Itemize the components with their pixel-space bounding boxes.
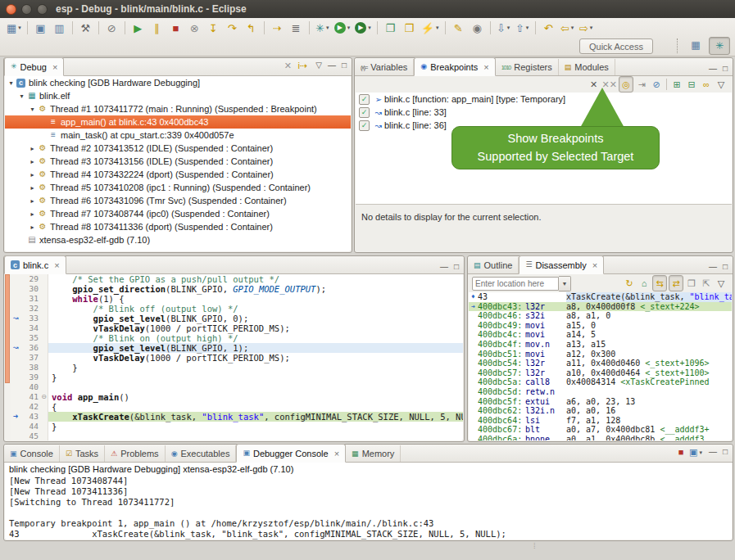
build-all-icon[interactable]: ⚒ — [77, 20, 94, 36]
console-output[interactable]: blink checking [GDB Hardware Debugging] … — [5, 463, 732, 540]
disassembly-row[interactable]: 400dbc46:s32ia8, a1, 0 — [469, 311, 732, 321]
editor-gutter[interactable]: ↝36 — [11, 343, 48, 353]
dropdown-arrow-icon[interactable]: ▾ — [590, 25, 593, 31]
mark-occurrences-icon[interactable]: ◉ — [469, 20, 486, 36]
editor-line[interactable]: 39} — [11, 373, 463, 382]
dropdown-arrow-icon[interactable]: ▾ — [326, 25, 329, 31]
disassembly-row[interactable]: 400dbc5d:retw.n — [469, 387, 732, 397]
editor-gutter[interactable]: 34 — [11, 323, 48, 333]
editor-line[interactable]: 30 gpio_set_direction(BLINK_GPIO, GPIO_M… — [11, 284, 463, 294]
breakpoint-marker-icon[interactable]: ↝ — [11, 343, 20, 353]
close-tab-icon[interactable]: × — [54, 260, 59, 270]
view-tab-modules[interactable]: ▤Modules — [559, 59, 615, 75]
debug-tree-item[interactable]: ▾⚙Thread #1 1073411772 (main : Running) … — [5, 102, 351, 115]
editor-gutter[interactable]: 35 — [11, 333, 48, 343]
disassembly-row[interactable]: 400dbc64:lsif7, a1, 128 — [469, 416, 732, 426]
forward-icon[interactable]: ⇨▾ — [578, 20, 595, 36]
terminate-icon[interactable]: ■ — [167, 20, 184, 36]
editor-line[interactable]: ➜43 xTaskCreate(&blink_task, "blink_task… — [11, 412, 463, 422]
debug-tree-item[interactable]: ▸⚙Thread #4 1073432224 (dport) (Suspende… — [5, 168, 351, 181]
editor-gutter[interactable]: 38 — [11, 363, 48, 373]
editor-line[interactable]: 44} — [11, 422, 463, 431]
external-tools-icon[interactable]: ▶▾ — [353, 20, 373, 36]
disassembly-row[interactable]: 400dbc4c:movia14, 5 — [469, 330, 732, 340]
view-tab-tasks[interactable]: ☑Tasks — [60, 445, 105, 462]
editor-gutter[interactable]: 32 — [11, 304, 48, 314]
editor-line[interactable]: 31 while(1) { — [11, 294, 463, 304]
open-project-icon[interactable]: ❐ — [382, 20, 399, 36]
debug-perspective-icon[interactable]: ✳ — [709, 37, 730, 55]
maximize-view-icon[interactable]: □ — [723, 448, 728, 456]
view-tab-outline[interactable]: ▤Outline — [468, 257, 519, 273]
debug-tree-item[interactable]: ▾cblink checking [GDB Hardware Debugging… — [5, 76, 351, 89]
maximize-window-icon[interactable] — [37, 4, 48, 15]
next-annotation-icon[interactable]: ⇩▾ — [495, 20, 512, 36]
instruction-pointer-icon[interactable]: ➜ — [11, 412, 20, 422]
minimize-view-icon[interactable]: — — [440, 263, 448, 271]
step-return-icon[interactable]: ↰ — [243, 20, 260, 36]
debug-config-icon[interactable]: ✳▾ — [314, 20, 331, 36]
editor-gutter[interactable]: ➜43 — [11, 412, 48, 422]
editor-gutter[interactable]: ↝33 — [11, 314, 48, 323]
status-grip[interactable]: ⁞ — [533, 542, 536, 550]
go-to-home-icon[interactable]: ⌂ — [637, 276, 651, 291]
disassembly-row[interactable]: ♦43xTaskCreate(&blink_task, "blink_tas — [469, 292, 732, 302]
debug-tree-item[interactable]: ▸⚙Thread #3 1073413156 (IDLE) (Suspended… — [5, 155, 351, 168]
maximize-view-icon[interactable]: □ — [723, 65, 728, 73]
editor-line[interactable]: 38 } — [11, 363, 463, 373]
expander-icon[interactable]: ▸ — [28, 184, 37, 192]
debug-tree-item[interactable]: ≡main_task() at cpu_start.c:339 0x400d05… — [5, 129, 351, 142]
open-perspective-icon[interactable]: ▦ — [686, 37, 706, 53]
disassembly-listing[interactable]: ♦43xTaskCreate(&blink_task, "blink_tas➜4… — [469, 292, 732, 440]
new-wizard-icon[interactable]: ▦▾ — [5, 20, 23, 36]
view-tab-disassembly[interactable]: ☰Disassembly× — [519, 255, 604, 274]
editor-gutter[interactable]: 37 — [11, 353, 48, 363]
close-tab-icon[interactable]: × — [334, 449, 339, 458]
breakpoint-checkbox[interactable]: ✓ — [359, 107, 370, 118]
save-icon[interactable]: ▣ — [32, 20, 49, 36]
view-tab-registers[interactable]: 1010Registers — [496, 59, 559, 75]
minimize-view-icon[interactable]: — — [328, 61, 336, 70]
dropdown-arrow-icon[interactable]: ▾ — [18, 25, 21, 31]
dropdown-arrow-icon[interactable]: ▾ — [571, 25, 574, 31]
view-tab-debugger-console[interactable]: ▣Debugger Console× — [236, 444, 346, 463]
editor-gutter[interactable]: 39 — [11, 373, 48, 382]
open-folder-icon[interactable]: ❐ — [401, 20, 418, 36]
debug-tree-item[interactable]: ≡app_main() at blink.c:43 0x400dbc43 — [5, 115, 351, 129]
display-selected-console-icon[interactable]: ▣▾ — [689, 445, 702, 459]
location-input[interactable] — [472, 277, 559, 291]
editor-line[interactable]: 29 /* Set the GPIO as a push/pull output… — [11, 274, 463, 284]
breakpoint-checkbox[interactable]: ✓ — [359, 94, 370, 105]
editor-line[interactable]: 35 /* Blink on (output high) */ — [11, 333, 463, 343]
expander-icon[interactable]: ▾ — [7, 79, 16, 87]
expander-icon[interactable]: ▾ — [17, 93, 26, 100]
dropdown-arrow-icon[interactable]: ▾ — [347, 25, 351, 31]
link-with-debug-view-icon[interactable]: ∞ — [700, 77, 713, 92]
open-new-view-icon[interactable]: ❐ — [685, 276, 698, 291]
debug-tree-item[interactable]: ▾▦blink.elf — [5, 89, 351, 102]
close-tab-icon[interactable]: × — [483, 62, 488, 72]
back-icon[interactable]: ⇦▾ — [559, 20, 576, 36]
disassembly-row[interactable]: 400dbc62:l32i.na0, a0, 16 — [469, 406, 732, 416]
disassembly-row[interactable]: 400dbc5a:call80x40084314 <xTaskCreatePin… — [469, 377, 732, 387]
last-edit-location-icon[interactable]: ↶ — [540, 20, 557, 36]
close-tab-icon[interactable]: × — [592, 260, 597, 270]
suspend-icon[interactable]: ∥ — [148, 20, 166, 36]
minimize-view-icon[interactable]: — — [709, 263, 717, 271]
collapse-all-icon[interactable]: ⊟ — [685, 77, 698, 92]
editor-line[interactable]: 45 — [11, 431, 463, 440]
minimize-view-icon[interactable]: — — [709, 65, 717, 73]
go-to-file-for-breakpoint-icon[interactable]: ⇥ — [635, 77, 648, 92]
debug-tree-item[interactable]: ▸⚙Thread #5 1073410208 (ipc1 : Running) … — [5, 181, 351, 194]
expand-all-icon[interactable]: ⊞ — [670, 77, 683, 92]
toggle-skip-all-breakpoints-icon[interactable]: ⊘ — [103, 20, 120, 36]
minimize-window-icon[interactable] — [21, 4, 32, 15]
disassembly-row[interactable]: 400dbc57:l32ra10, 0x400d0464 <_stext+110… — [469, 368, 732, 378]
dropdown-arrow-icon[interactable]: ▾ — [436, 25, 439, 31]
disassembly-row[interactable]: 400dbc67:blta0, a7, 0x400dbc81 <__adddf3… — [469, 425, 732, 435]
editor-line[interactable]: 41⊖void app_main() — [11, 392, 463, 402]
dropdown-arrow-icon[interactable]: ▾ — [526, 25, 529, 31]
debug-tab-debug[interactable]: ✳Debug× — [4, 57, 64, 76]
remove-all-terminated-icon[interactable]: ✕ — [281, 58, 294, 73]
location-dropdown-icon[interactable]: ▼ — [559, 276, 571, 291]
